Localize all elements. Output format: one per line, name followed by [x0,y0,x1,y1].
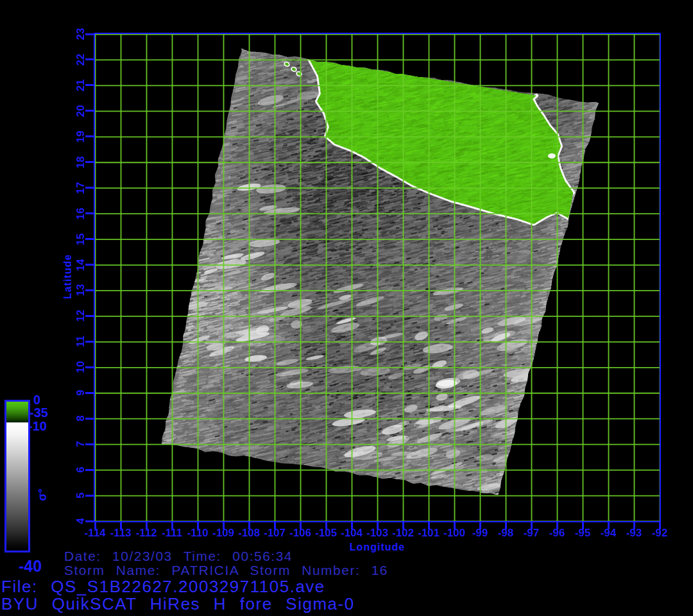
y-tick-label: 6 [75,456,87,484]
x-tick-label: -97 [517,527,545,539]
x-tick-label: -100 [440,527,468,539]
file-name-line: File: QS_S1B22627.20032971105.ave [1,578,325,595]
y-tick-label: 12 [75,302,87,330]
x-tick-label: -107 [261,527,289,539]
x-tick-label: -108 [235,527,263,539]
y-tick-label: 5 [75,481,87,509]
x-tick-label: -99 [466,527,494,539]
x-tick-label: -105 [312,527,340,539]
y-tick-label: 10 [75,353,87,381]
y-tick-label: 18 [75,148,87,176]
x-tick-label: -95 [569,527,597,539]
y-tick-label: 19 [75,123,87,151]
x-tick-label: -110 [184,527,212,539]
x-tick-label: -93 [620,527,648,539]
x-tick-label: -111 [158,527,186,539]
y-tick-label: 23 [75,20,87,48]
y-tick-label: 15 [75,225,87,253]
x-tick-label: -103 [363,527,391,539]
colorbar-label-gray-top: -10 [28,420,47,432]
x-tick-label: -98 [492,527,520,539]
figure-root: -114-113-112-111-110-109-108-107-106-105… [0,0,693,616]
colorbar-unit-label: σ° [36,482,49,508]
y-tick-label: 13 [75,276,87,304]
x-tick-label: -92 [646,527,674,539]
y-tick-label: 21 [75,71,87,99]
y-tick-label: 4 [75,507,87,535]
figure-title-line: BYU QuikSCAT HiRes H fore Sigma-0 [1,595,355,613]
swath-image [95,34,660,521]
storm-info-line: Storm Name: PATRICIA Storm Number: 16 [64,563,388,578]
x-axis-title: Longitude [339,542,416,553]
y-tick-label: 11 [75,327,87,355]
colorbar-label-top: 0 [33,393,40,406]
x-tick-label: -106 [286,527,314,539]
plot-frame [94,33,661,522]
x-tick-label: -104 [338,527,366,539]
x-tick-label: -102 [389,527,417,539]
x-tick-label: -112 [132,527,160,539]
y-tick-label: 16 [75,200,87,228]
colorbar-label-bottom: -40 [19,560,42,572]
y-tick-label: 20 [75,97,87,125]
x-tick-label: -113 [107,527,135,539]
x-tick-label: -96 [543,527,571,539]
x-tick-label: -101 [415,527,443,539]
y-axis-title: Latitude [62,249,74,304]
y-tick-label: 17 [75,174,87,202]
y-tick-label: 22 [75,46,87,74]
y-tick-label: 8 [75,404,87,432]
colorbar-gradient [4,400,30,552]
colorbar-label-green-bottom: -35 [30,406,48,419]
x-tick-label: -109 [209,527,237,539]
date-time-line: Date: 10/23/03 Time: 00:56:34 [64,549,293,563]
y-tick-label: 14 [75,251,87,279]
y-tick-label: 7 [75,430,87,458]
y-tick-label: 9 [75,379,87,407]
x-tick-label: -94 [594,527,622,539]
